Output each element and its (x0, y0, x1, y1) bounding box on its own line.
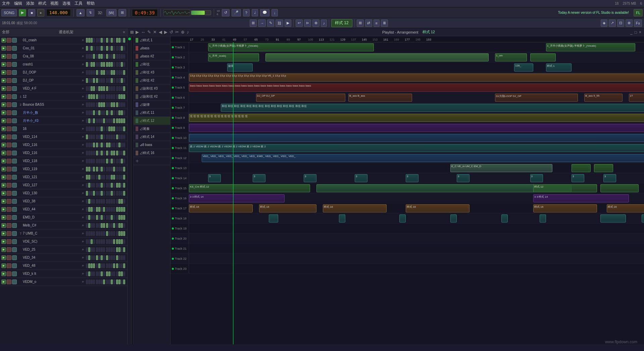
clip-block[interactable]: 3 (457, 174, 469, 182)
chat-btn[interactable]: 💬 (260, 9, 269, 16)
ch-solo-btn[interactable] (12, 143, 17, 147)
channel-row[interactable]: ▶ Coo_01 + (0, 44, 127, 52)
step-btn[interactable] (121, 247, 123, 252)
step-btn[interactable] (98, 280, 100, 284)
step-btn[interactable] (123, 78, 125, 83)
step-btn[interactable] (96, 199, 98, 204)
step-btn[interactable] (86, 102, 88, 107)
ch-solo-btn[interactable] (12, 175, 17, 180)
ch-name[interactable]: VED_116 (22, 143, 80, 147)
step-btn[interactable] (123, 199, 125, 204)
channel-row[interactable]: ▶ 16 + (0, 125, 127, 133)
clip-block[interactable] (269, 214, 279, 222)
step-btn[interactable] (93, 207, 95, 212)
menu-file[interactable]: 文件 (2, 1, 10, 6)
track-content[interactable]: 样式 16样式 16样式 16样式 16样式 16样式 16样式 16 (189, 203, 644, 213)
clip-block[interactable] (189, 124, 644, 132)
step-btn[interactable] (113, 135, 115, 139)
step-btn[interactable] (93, 255, 95, 260)
step-btn[interactable] (96, 102, 98, 107)
step-btn[interactable] (96, 62, 98, 67)
step-btn[interactable] (91, 263, 93, 268)
step-btn[interactable] (121, 110, 123, 115)
step-btn[interactable] (101, 135, 103, 139)
step-btn[interactable] (98, 102, 100, 107)
step-btn[interactable] (108, 231, 110, 236)
clip-block[interactable]: 3 (603, 174, 616, 182)
channel-row[interactable]: ▶ VED_38 + (0, 197, 127, 205)
step-btn[interactable] (118, 215, 120, 220)
step-btn[interactable] (91, 102, 93, 107)
step-btn[interactable] (93, 175, 95, 180)
step-btn[interactable] (121, 175, 123, 180)
step-btn[interactable] (118, 167, 120, 171)
channel-row[interactable]: ▶ VED_4 F + (0, 85, 127, 93)
grid-btn[interactable]: ⊞ (250, 19, 257, 27)
ch-green-btn[interactable]: ▶ (1, 70, 6, 75)
step-btn[interactable] (106, 127, 108, 131)
step-btn[interactable] (103, 135, 105, 139)
step-btn[interactable] (101, 191, 103, 196)
step-btn[interactable] (86, 255, 88, 260)
step-btn[interactable] (123, 102, 125, 107)
step-btn[interactable] (111, 94, 113, 99)
step-btn[interactable] (118, 46, 120, 51)
step-btn[interactable] (113, 46, 115, 51)
ch-solo-btn[interactable] (12, 231, 17, 236)
tracks-scroll-area[interactable]: Track 1 1_月半小夜曲(女声版)-半根萝卜_(Vocals)1_月半小夜… (170, 42, 644, 344)
step-btn[interactable] (121, 255, 123, 260)
step-btn[interactable] (88, 151, 90, 155)
ch-name[interactable]: DJ_OP (22, 79, 80, 82)
playlist-pencil-btn[interactable]: ✎ (147, 30, 151, 35)
step-btn[interactable] (121, 78, 123, 83)
step-btn[interactable] (91, 135, 93, 139)
step-btn[interactable] (93, 54, 95, 59)
step-btn[interactable] (101, 143, 103, 147)
pattern-item[interactable]: ⊿旋律 (134, 101, 170, 109)
step-btn[interactable] (106, 199, 108, 204)
step-btn[interactable] (113, 38, 115, 43)
step-btn[interactable] (96, 38, 98, 43)
channel-row[interactable]: ▶ VED_116 + (0, 149, 127, 157)
step-btn[interactable] (111, 135, 113, 139)
step-btn[interactable] (91, 167, 93, 171)
step-btn[interactable] (93, 110, 95, 115)
step-btn[interactable] (118, 280, 120, 284)
step-btn[interactable] (118, 263, 120, 268)
clip-block[interactable] (501, 214, 508, 222)
clip-block[interactable]: 1_om (495, 53, 527, 61)
ch-solo-btn[interactable] (12, 70, 17, 75)
ch-green-btn[interactable]: ▶ (1, 183, 6, 188)
refresh-btn[interactable]: ↺ (222, 9, 230, 16)
ch-add-btn[interactable]: + (81, 191, 85, 196)
step-btn[interactable] (108, 183, 110, 188)
step-btn[interactable] (98, 54, 100, 59)
channel-row[interactable]: ▶ VED_25 + (0, 246, 127, 254)
step-btn[interactable] (106, 255, 108, 260)
bpm-display[interactable]: 148.000 (46, 9, 71, 16)
add-pattern-btn[interactable]: + (134, 157, 170, 165)
step-btn[interactable] (88, 247, 90, 252)
ch-green-btn[interactable]: ▶ (1, 94, 6, 99)
step-btn[interactable] (118, 159, 120, 163)
step-btn[interactable] (116, 247, 118, 252)
ch-green-btn[interactable]: ▶ (1, 167, 6, 171)
step-btn[interactable] (88, 102, 90, 107)
step-btn[interactable] (116, 62, 118, 67)
step-btn[interactable] (108, 199, 110, 204)
step-btn[interactable] (106, 118, 108, 123)
step-btn[interactable] (108, 191, 110, 196)
step-btn[interactable] (96, 143, 98, 147)
ch-mute-btn[interactable] (7, 191, 11, 196)
track-content[interactable]: 3 3 样式 143 3 样式 143 样式 14 (189, 193, 644, 203)
step-btn[interactable] (121, 223, 123, 228)
fl-logo-btn[interactable]: FL (634, 9, 643, 16)
ch-solo-btn[interactable] (12, 94, 17, 99)
step-btn[interactable] (123, 239, 125, 244)
step-btn[interactable] (111, 110, 113, 115)
channel-row[interactable]: ▶ 1 12 + (0, 93, 127, 101)
step-btn[interactable] (118, 191, 120, 196)
track-content[interactable] (189, 254, 644, 263)
step-btn[interactable] (103, 255, 105, 260)
ch-add-btn[interactable]: + (81, 255, 85, 260)
